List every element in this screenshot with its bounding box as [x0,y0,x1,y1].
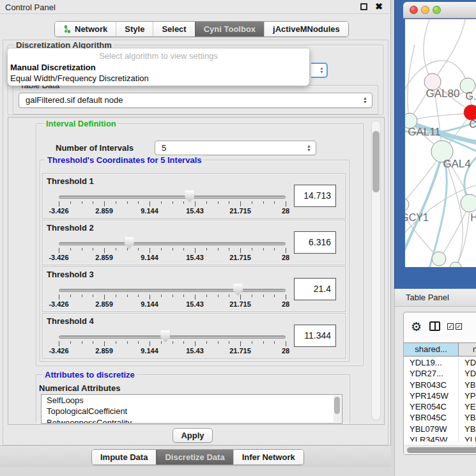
table-data-combo-value: galFiltered.sif default node [26,95,123,105]
tick-label: 28 [282,347,289,355]
dropdown-option[interactable]: Equal Width/Frequency Discretization [10,73,149,83]
cell-name[interactable]: YDL1 [459,357,476,368]
vertical-scrollbar[interactable] [371,120,381,420]
number-of-intervals-combobox[interactable]: 5 ▲▼ [155,141,316,155]
list-scrollbar[interactable] [334,395,341,422]
slider-track[interactable] [59,196,286,199]
cell-name[interactable]: YBR0 [459,380,476,390]
tick-label: 21.715 [229,254,251,261]
tab-cyni-toolbox[interactable]: Cyni Toolbox [195,22,264,36]
gear-icon[interactable]: ⚙ [411,319,422,334]
column-header-name[interactable]: na [459,343,476,356]
network-node[interactable] [461,194,476,212]
tick-label: 28 [282,254,289,261]
cell-shared-name[interactable]: YLR345W [404,434,459,441]
interval-definition-group: Interval Definition Number of Intervals … [36,123,364,366]
horizontal-scrollbar[interactable] [404,445,476,454]
attributes-group-title: Attributes to discretize [43,370,137,380]
table-row[interactable]: YBL079WYBL0 [404,424,476,434]
table-row[interactable]: YBR043CYBR0 [404,380,476,390]
slider-track[interactable] [59,289,286,292]
slider-tick-labels: -3.4262.8599.14415.4321.71528 [59,347,286,355]
table-body: YDL19...YDL1YDR27...YDR2YBR043CYBR0YPR14… [404,357,476,441]
network-node[interactable] [464,105,476,120]
threshold-value-field[interactable]: 14.713 [294,185,336,207]
table-row[interactable]: YDR27...YDR2 [404,368,476,379]
minimize-traffic-light-icon[interactable] [421,6,429,14]
table-row[interactable]: YBR045CYBR0 [404,412,476,423]
node-label: GCY1 [405,212,429,223]
cell-shared-name[interactable]: YDR27... [404,368,459,379]
cell-name[interactable]: YBR0 [459,412,476,423]
network-edge[interactable] [433,19,466,82]
dropdown-option[interactable]: Manual Discretization [10,63,96,72]
network-edge[interactable] [408,45,415,121]
cell-name[interactable]: YPR1 [459,390,476,401]
cell-shared-name[interactable]: YBR045C [404,412,459,423]
close-traffic-light-icon[interactable] [410,6,418,14]
node-label: HAP2 [437,266,464,267]
checkbox-icon[interactable]: ✓ [447,323,454,330]
table-row[interactable]: YPR145WYPR1 [404,390,476,401]
attribute-list-item[interactable]: BetweennessCentrality [42,417,342,424]
float-window-icon[interactable] [360,3,367,10]
cell-name[interactable]: YLR3 [459,434,476,441]
attribute-list-item[interactable]: TopologicalCoefficient [42,406,342,417]
scrollbar-thumb[interactable] [334,397,340,414]
slider-track[interactable] [59,335,286,339]
network-node[interactable] [432,252,446,266]
slider-ticks [59,295,286,300]
tab-select[interactable]: Select [153,22,194,36]
interval-definition-title: Interval Definition [44,119,118,128]
threshold-value-field[interactable]: 21.4 [294,278,336,300]
tab-network[interactable]: Network [55,22,116,36]
cell-shared-name[interactable]: YBR043C [404,380,459,390]
columns-icon[interactable] [429,321,440,331]
network-edge[interactable] [410,113,471,121]
threshold-value-field[interactable]: 6.316 [294,231,336,254]
scrollbar-thumb[interactable] [372,131,380,192]
threshold-label: Threshold 2 [47,223,94,233]
tab-impute-data[interactable]: Impute Data [92,450,156,464]
cell-shared-name[interactable]: YDL19... [404,357,459,368]
cell-name[interactable]: YBL0 [459,424,476,434]
tab-label: Impute Data [100,450,148,464]
cell-name[interactable]: YDR2 [459,368,476,379]
table-row[interactable]: YLR345WYLR3 [404,434,476,441]
threshold-slider-panel: Threshold 4-3.4262.8599.14415.4321.71528… [42,313,346,358]
cell-shared-name[interactable]: YER054C [404,401,459,412]
checkbox-icon[interactable]: ✓ [456,323,462,330]
slider-ticks [59,341,286,347]
zoom-traffic-light-icon[interactable] [433,6,441,14]
network-edge[interactable] [424,19,433,82]
network-canvas[interactable]: GAL80G.CGAL11GAL4GCY1HHAP2 [405,19,476,267]
cell-name[interactable]: YER0 [459,401,476,412]
cell-shared-name[interactable]: YPR145W [404,390,459,401]
table-row[interactable]: YER054CYER0 [404,401,476,412]
slider-track[interactable] [59,242,286,245]
threshold-value-field[interactable]: 11.344 [294,325,336,347]
scrollbar-thumb[interactable] [407,447,476,453]
tab-style[interactable]: Style [116,22,153,36]
tab-jactivemnodules[interactable]: jActiveMNodules [264,22,348,36]
tick-label: 21.715 [229,207,251,215]
tab-label: Infer Network [242,450,295,464]
close-icon[interactable]: ✖ [375,1,383,12]
slider-ticks [59,201,286,207]
node-label: GAL11 [408,126,441,138]
table-row[interactable]: YDL19...YDL1 [404,357,476,368]
column-header-shared-name[interactable]: shared... [404,343,459,356]
table-data-combobox[interactable]: galFiltered.sif default node ▲▼ [19,93,372,108]
threshold-label: Threshold 1 [47,176,94,186]
network-icon [63,25,72,34]
apply-button[interactable]: Apply [173,428,213,443]
table-panel: Table Panel ⚙ ✓ ✓ shared... na YDL19...Y… [394,289,476,476]
attribute-list-item[interactable]: SelfLoops [42,395,342,406]
cell-shared-name[interactable]: YBL079W [404,424,459,434]
algorithm-combobox[interactable]: ▲▼ [311,63,328,78]
tab-discretize-data[interactable]: Discretize Data [156,450,233,464]
network-node[interactable] [405,198,409,211]
network-window-titlebar [403,2,476,19]
numerical-attributes-list: SelfLoopsTopologicalCoefficientBetweenne… [41,394,342,424]
tab-infer-network[interactable]: Infer Network [233,450,303,464]
